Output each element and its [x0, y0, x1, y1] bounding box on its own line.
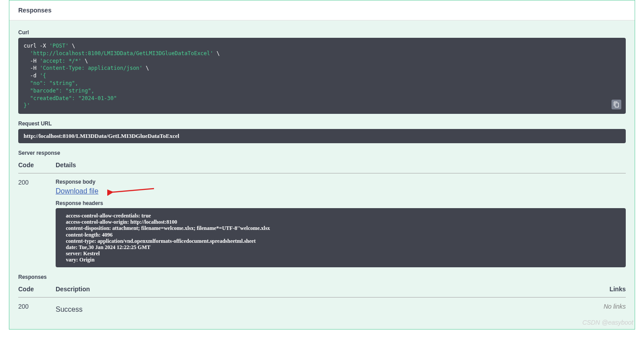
response-content: Curl curl -X 'POST' \ 'http://localhost:… [9, 20, 635, 329]
response-headers-block: access-control-allow-credentials: true a… [56, 208, 626, 267]
download-file-wrapper: Download file [56, 187, 626, 196]
curl-code-block: curl -X 'POST' \ 'http://localhost:8100/… [18, 38, 626, 114]
server-response-table-header: Code Details [18, 161, 626, 173]
responses-header-bar: Responses [9, 0, 635, 20]
responses-200-row: 200 Success No links [18, 303, 626, 314]
response-headers-label: Response headers [56, 200, 626, 206]
clipboard-icon [613, 101, 620, 108]
code-header: Code [18, 161, 56, 169]
download-file-link[interactable]: Download file [56, 187, 98, 195]
links-header: Links [581, 286, 626, 293]
response-details: Response body Download file Response hea… [56, 179, 626, 267]
annotation-arrow-icon [107, 187, 156, 196]
details-header: Details [56, 161, 626, 169]
response-200-row: 200 Response body Download file Response [18, 179, 626, 267]
responses-sublabel: Responses [18, 274, 626, 280]
swagger-response-panel: Responses Curl curl -X 'POST' \ 'http://… [9, 0, 635, 330]
status-code-200: 200 [18, 179, 56, 267]
description-header: Description [56, 286, 581, 293]
status-code-200-desc: 200 [18, 303, 56, 314]
no-links-text: No links [581, 303, 626, 314]
responses-title: Responses [18, 7, 626, 14]
copy-curl-button[interactable] [612, 100, 621, 109]
watermark: CSDN @easyboot [582, 319, 633, 326]
success-text: Success [56, 306, 581, 314]
request-url-block: http://localhost:8100/LMI3DData/GetLMI3D… [18, 129, 626, 143]
curl-label: Curl [18, 29, 626, 36]
svg-line-1 [113, 189, 154, 192]
responses-table-header: Code Description Links [18, 286, 626, 298]
server-response-label: Server response [18, 150, 626, 156]
response-body-label: Response body [56, 179, 626, 185]
code-header-2: Code [18, 286, 56, 293]
request-url-label: Request URL [18, 121, 626, 127]
description-cell: Success [56, 303, 581, 314]
